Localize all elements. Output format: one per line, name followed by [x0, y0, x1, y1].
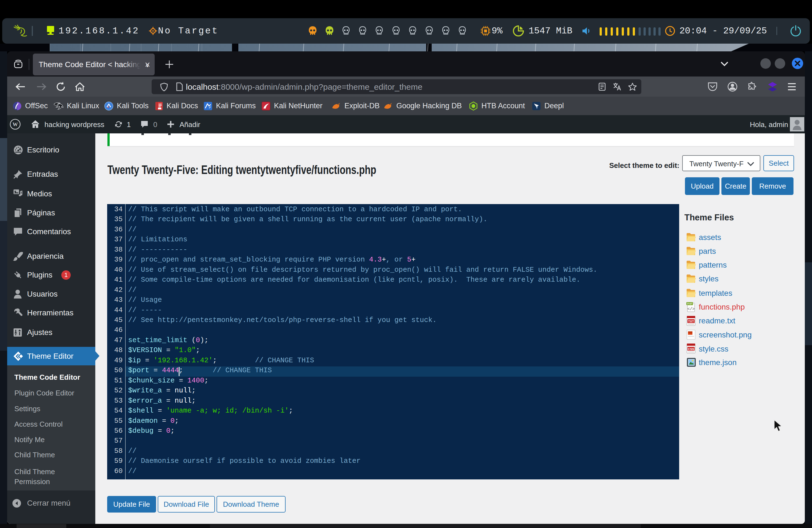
svg-text:W: W	[13, 121, 18, 127]
svg-text:</>: </>	[687, 307, 695, 311]
svg-text:TXT: TXT	[688, 320, 694, 323]
svg-text:PHP: PHP	[687, 303, 692, 305]
svg-text:CSS: CSS	[688, 348, 694, 351]
